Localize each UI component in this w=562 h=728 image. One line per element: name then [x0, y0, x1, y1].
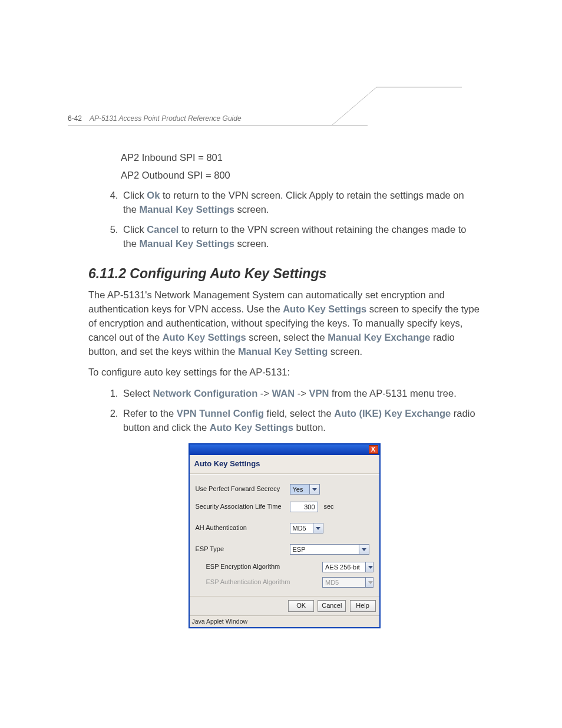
s1-ar1: -> [257, 388, 272, 398]
content-area: AP2 Inbound SPI = 801 AP2 Outbound SPI =… [88, 151, 480, 628]
wan-ref: WAN [272, 388, 295, 398]
page: 6-42 AP-5131 Access Point Product Refere… [0, 0, 562, 728]
step-5: Click Cancel to return to the VPN screen… [121, 223, 480, 251]
steps-1-2: Select Network Configuration -> WAN -> V… [88, 387, 480, 435]
row-ah: AH Authentication MD5 [196, 523, 373, 533]
manual-key-settings-ref-2: Manual Key Settings [140, 238, 234, 249]
p1-c: screen, select the [246, 332, 328, 342]
spi-block: AP2 Inbound SPI = 801 AP2 Outbound SPI =… [121, 151, 480, 183]
auto-key-settings-ref: Auto Key Settings [283, 304, 366, 314]
vpn-ref: VPN [309, 388, 329, 398]
manual-key-settings-ref: Manual Key Settings [140, 204, 234, 215]
network-configuration-ref: Network Configuration [153, 388, 257, 398]
header-rule [68, 125, 368, 126]
row-esp-enc: ESP Encryption Algorithm AES 256-bit [196, 562, 373, 572]
vpn-tunnel-config-ref: VPN Tunnel Config [177, 408, 264, 419]
p1-e: screen. [328, 346, 362, 357]
label-esp-type: ESP Type [196, 545, 290, 554]
select-pfs-value: Yes [290, 485, 309, 494]
header-diagonal [344, 87, 415, 134]
unit-salt: sec [324, 502, 334, 512]
s2-d: button. [293, 422, 326, 433]
chevron-down-icon [309, 485, 319, 494]
row-esp-type: ESP Type ESP [196, 544, 373, 555]
step4-text-c: screen. [234, 204, 269, 215]
select-esp-auth-value: MD5 [323, 578, 365, 587]
auto-key-settings-ref-2: Auto Key Settings [163, 332, 246, 342]
select-esp-enc-value: AES 256-bit [323, 562, 365, 572]
dialog-titlebar[interactable]: X [190, 444, 379, 455]
step4-text-a: Click [123, 190, 147, 200]
help-button[interactable]: Help [350, 600, 376, 612]
step-1: Select Network Configuration -> WAN -> V… [121, 387, 480, 401]
dialog-container: X Auto Key Settings Use Perfect Forward … [189, 443, 381, 628]
step5-text-a: Click [123, 224, 147, 235]
input-salt[interactable]: 300 [290, 502, 318, 512]
dialog-title: Auto Key Settings [190, 455, 379, 474]
select-esp-type[interactable]: ESP [290, 544, 369, 555]
manual-key-exchange-ref: Manual Key Exchange [328, 332, 430, 342]
row-esp-auth: ESP Authentication Algorithm MD5 [196, 577, 373, 588]
close-button[interactable]: X [369, 445, 378, 454]
section-para-2: To configure auto key settings for the A… [88, 365, 480, 380]
label-esp-auth: ESP Authentication Algorithm [196, 578, 323, 587]
ok-ref: Ok [147, 190, 160, 200]
running-header: 6-42 AP-5131 Access Point Product Refere… [68, 114, 242, 123]
page-number: 6-42 [68, 114, 82, 123]
select-ah[interactable]: MD5 [290, 523, 323, 533]
manual-key-setting-ref: Manual Key Setting [238, 346, 328, 357]
label-pfs: Use Perfect Forward Secrecy [196, 485, 290, 494]
steps-4-5: Click Ok to return to the VPN screen. Cl… [88, 189, 480, 251]
chevron-down-icon [365, 562, 373, 572]
svg-line-0 [332, 87, 376, 125]
s2-b: field, select the [264, 408, 334, 419]
section-heading: 6.11.2 Configuring Auto Key Settings [88, 264, 480, 284]
step-2: Refer to the VPN Tunnel Config field, se… [121, 407, 480, 435]
dialog-button-row: OK Cancel Help [190, 596, 379, 615]
s2-a: Refer to the [123, 408, 177, 419]
step5-text-c: screen. [234, 238, 269, 249]
row-pfs: Use Perfect Forward Secrecy Yes [196, 484, 373, 495]
cancel-ref: Cancel [147, 224, 178, 235]
close-icon: X [371, 446, 375, 453]
spi-line-1: AP2 Inbound SPI = 801 [121, 151, 480, 165]
auto-key-settings-button-ref: Auto Key Settings [210, 422, 293, 433]
select-esp-type-value: ESP [290, 545, 359, 554]
label-ah: AH Authentication [196, 523, 290, 533]
guide-title: AP-5131 Access Point Product Reference G… [90, 114, 242, 123]
spi-line-2: AP2 Outbound SPI = 800 [121, 169, 480, 183]
s1-a: Select [123, 388, 153, 398]
chevron-down-icon [359, 545, 369, 554]
s1-b: from the AP-5131 menu tree. [329, 388, 456, 398]
select-pfs[interactable]: Yes [290, 484, 320, 495]
label-salt: Security Association Life Time [196, 502, 290, 512]
select-ah-value: MD5 [290, 523, 313, 533]
chevron-down-icon [365, 578, 373, 587]
ok-button[interactable]: OK [288, 600, 314, 612]
select-esp-enc[interactable]: AES 256-bit [322, 562, 373, 572]
dialog-body: Use Perfect Forward Secrecy Yes Security… [190, 474, 379, 596]
row-salt: Security Association Life Time 300 sec [196, 502, 373, 512]
auto-key-settings-dialog: X Auto Key Settings Use Perfect Forward … [189, 443, 381, 628]
s1-ar2: -> [295, 388, 309, 398]
chevron-down-icon [313, 523, 323, 533]
section-para-1: The AP-5131's Network Management System … [88, 288, 480, 359]
label-esp-enc: ESP Encryption Algorithm [196, 562, 323, 572]
dialog-status-bar: Java Applet Window [190, 615, 379, 627]
step-4: Click Ok to return to the VPN screen. Cl… [121, 189, 480, 217]
auto-ike-key-exchange-ref: Auto (IKE) Key Exchange [334, 408, 451, 419]
select-esp-auth: MD5 [322, 577, 373, 588]
cancel-button[interactable]: Cancel [318, 600, 346, 612]
